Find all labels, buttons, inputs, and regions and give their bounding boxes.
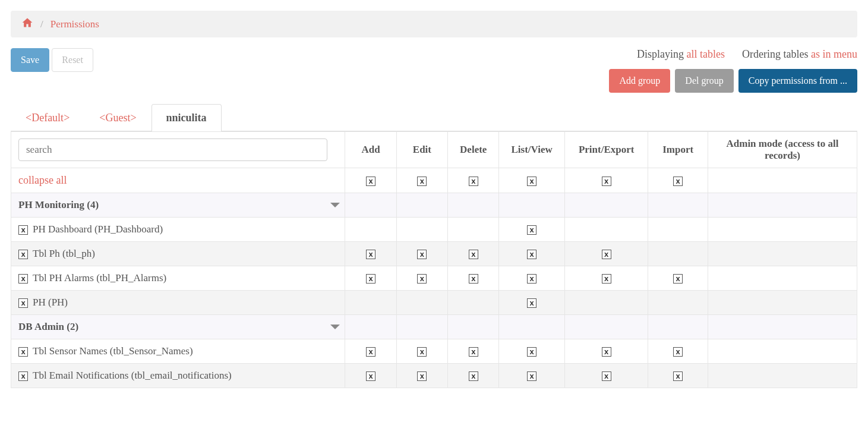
group-name[interactable]: DB Admin (2) [18,321,78,333]
header-add-checkbox[interactable] [366,177,375,186]
perm-list-checkbox[interactable] [527,371,536,381]
table-row-label: Tbl Email Notifications (tbl_email_notif… [33,370,232,381]
row-checkbox[interactable] [18,371,28,381]
breadcrumb: / Permissions [11,11,857,37]
perm-add-checkbox[interactable] [366,274,375,284]
row-checkbox[interactable] [18,250,28,259]
perm-import-checkbox[interactable] [673,347,683,357]
breadcrumb-separator: / [40,18,43,30]
collapse-all-link[interactable]: collapse all [18,174,67,186]
perm-import-checkbox[interactable] [673,371,683,381]
perm-add-checkbox[interactable] [366,371,375,381]
table-row-label: PH Dashboard (PH_Dashboard) [33,223,163,235]
tab-2[interactable]: nniculita [151,104,222,131]
perm-print-checkbox[interactable] [602,347,611,357]
chevron-down-icon[interactable] [330,203,340,207]
col-printexport: Print/Export [564,132,648,168]
perm-list-checkbox[interactable] [527,298,536,308]
col-import: Import [648,132,708,168]
perm-delete-checkbox[interactable] [469,371,478,381]
perm-list-checkbox[interactable] [527,347,536,357]
displaying-label: Displaying [637,48,687,60]
row-checkbox[interactable] [18,274,28,284]
perm-print-checkbox[interactable] [602,274,611,284]
row-checkbox[interactable] [18,225,28,235]
table-row-label: Tbl Ph (tbl_ph) [33,248,95,259]
del-group-button[interactable]: Del group [675,69,733,93]
col-add: Add [345,132,396,168]
left-toolbar: Save Reset [11,48,93,72]
table-row-label: Tbl PH Alarms (tbl_PH_Alarms) [33,272,166,284]
tabs: <Default><Guest>nniculita [11,103,857,131]
header-delete-checkbox[interactable] [469,177,478,186]
group-name[interactable]: PH Monitoring (4) [18,199,99,211]
permissions-table: Add Edit Delete List/View Print/Export I… [11,131,857,388]
row-checkbox[interactable] [18,298,28,308]
perm-delete-checkbox[interactable] [469,250,478,259]
col-delete: Delete [448,132,499,168]
right-toolbar: Displaying all tables Ordering tables as… [609,48,857,93]
header-import-checkbox[interactable] [673,177,683,186]
perm-edit-checkbox[interactable] [417,250,427,259]
perm-edit-checkbox[interactable] [417,371,427,381]
add-group-button[interactable]: Add group [609,69,670,93]
perm-add-checkbox[interactable] [366,347,375,357]
tab-0[interactable]: <Default> [11,104,84,131]
perm-delete-checkbox[interactable] [469,274,478,284]
ordering-label: Ordering tables [742,48,811,60]
home-link[interactable] [21,17,33,32]
tab-1[interactable]: <Guest> [84,104,151,131]
perm-list-checkbox[interactable] [527,250,536,259]
chevron-down-icon[interactable] [330,325,340,329]
table-row-label: Tbl Sensor Names (tbl_Sensor_Names) [33,345,193,357]
reset-button[interactable]: Reset [52,48,93,72]
header-print-checkbox[interactable] [602,177,611,186]
perm-delete-checkbox[interactable] [469,347,478,357]
perm-add-checkbox[interactable] [366,250,375,259]
perm-edit-checkbox[interactable] [417,274,427,284]
perm-print-checkbox[interactable] [602,371,611,381]
copy-permissions-button[interactable]: Copy permissions from ... [738,69,857,93]
table-row-label: PH (PH) [33,297,68,308]
perm-list-checkbox[interactable] [527,274,536,284]
perm-edit-checkbox[interactable] [417,347,427,357]
breadcrumb-current[interactable]: Permissions [50,18,99,30]
save-button[interactable]: Save [11,48,49,72]
perm-import-checkbox[interactable] [673,274,683,284]
row-checkbox[interactable] [18,347,28,357]
col-edit: Edit [396,132,447,168]
home-icon [21,17,33,29]
perm-print-checkbox[interactable] [602,250,611,259]
displaying-value[interactable]: all tables [687,48,725,60]
col-admin: Admin mode (access to all records) [708,132,857,168]
header-edit-checkbox[interactable] [417,177,427,186]
col-listview: List/View [499,132,564,168]
header-list-checkbox[interactable] [527,177,536,186]
ordering-value[interactable]: as in menu [811,48,857,60]
perm-list-checkbox[interactable] [527,225,536,235]
search-input[interactable] [18,138,327,161]
